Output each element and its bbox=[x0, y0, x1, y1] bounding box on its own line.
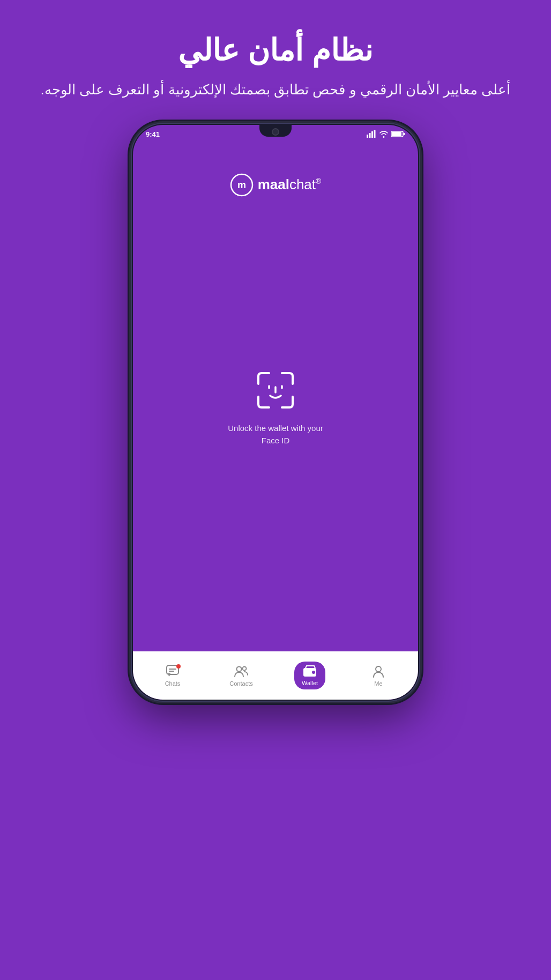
battery-icon bbox=[391, 130, 405, 138]
status-time: 9:41 bbox=[146, 130, 160, 138]
wallet-icon bbox=[302, 665, 317, 678]
phone-frame: 9:41 bbox=[131, 123, 420, 702]
header-section: نظام أمان عالي أعلى معايير الأمان الرقمي… bbox=[9, 32, 543, 101]
logo-icon: m bbox=[230, 173, 254, 197]
logo-text: maalchat® bbox=[258, 176, 322, 193]
wifi-icon bbox=[379, 130, 389, 138]
svg-point-17 bbox=[376, 666, 381, 672]
contacts-nav-label: Contacts bbox=[229, 680, 252, 687]
contacts-icon-wrap bbox=[234, 664, 249, 678]
svg-rect-1 bbox=[369, 133, 371, 138]
svg-point-13 bbox=[243, 666, 247, 670]
phone-mockup: 9:41 bbox=[131, 123, 420, 702]
chats-nav-label: Chats bbox=[165, 680, 181, 687]
chats-icon-wrap bbox=[166, 664, 180, 678]
svg-point-16 bbox=[312, 671, 315, 674]
me-nav-label: Me bbox=[374, 680, 382, 687]
face-id-unlock-text: Unlock the wallet with your Face ID bbox=[228, 422, 323, 447]
notch bbox=[259, 125, 292, 137]
chats-notification-dot bbox=[176, 664, 181, 669]
nav-item-chats[interactable]: Chats bbox=[138, 664, 207, 687]
wallet-active-pill: Wallet bbox=[294, 662, 325, 689]
contacts-icon bbox=[234, 664, 249, 678]
nav-item-me[interactable]: Me bbox=[344, 664, 413, 687]
signal-icon bbox=[367, 130, 376, 138]
page-title: نظام أمان عالي bbox=[41, 32, 511, 68]
wallet-nav-label: Wallet bbox=[302, 680, 318, 686]
status-icons bbox=[367, 130, 405, 138]
svg-text:m: m bbox=[237, 180, 246, 190]
svg-rect-0 bbox=[367, 135, 368, 138]
nav-item-contacts[interactable]: Contacts bbox=[207, 664, 276, 687]
svg-rect-6 bbox=[404, 133, 405, 135]
face-id-area: Unlock the wallet with your Face ID bbox=[228, 197, 323, 651]
notch-camera bbox=[272, 128, 279, 136]
svg-rect-3 bbox=[374, 130, 376, 138]
page-subtitle: أعلى معايير الأمان الرقمي و فحص تطابق بص… bbox=[41, 79, 511, 101]
svg-rect-5 bbox=[392, 132, 401, 136]
nav-item-wallet[interactable]: Wallet bbox=[276, 662, 344, 689]
svg-rect-2 bbox=[371, 131, 373, 138]
me-icon-wrap bbox=[371, 664, 385, 678]
app-logo: m maalchat® bbox=[230, 173, 322, 197]
svg-point-12 bbox=[237, 666, 242, 671]
phone-screen: 9:41 bbox=[133, 125, 418, 700]
status-bar: 9:41 bbox=[133, 125, 418, 152]
face-id-icon bbox=[254, 369, 297, 412]
bottom-nav: Chats Contacts bbox=[133, 651, 418, 700]
screen-content: m maalchat® bbox=[133, 152, 418, 651]
me-icon bbox=[371, 664, 385, 678]
